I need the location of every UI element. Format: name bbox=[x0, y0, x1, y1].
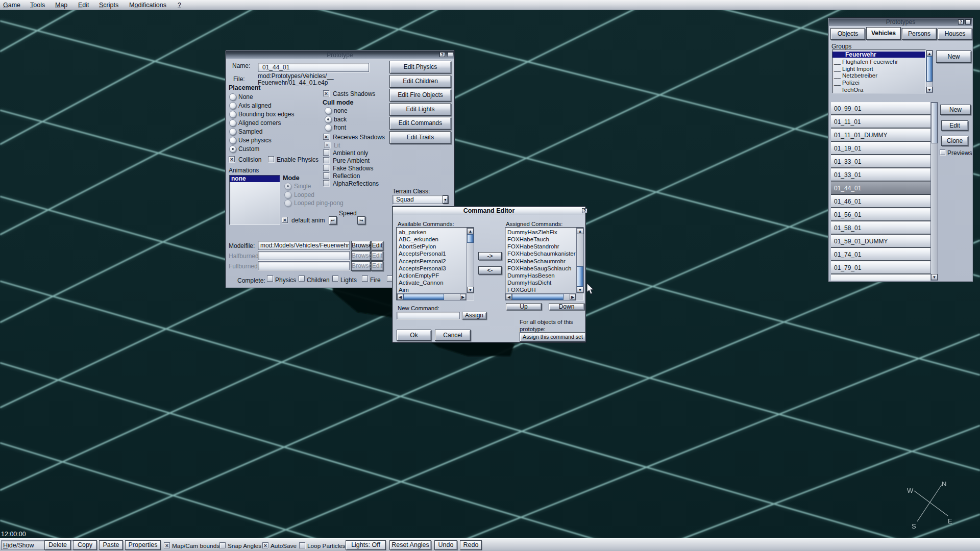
svg-text:W: W bbox=[907, 487, 914, 494]
svg-text:S: S bbox=[912, 522, 916, 530]
svg-text:N: N bbox=[942, 480, 946, 488]
svg-text:E: E bbox=[948, 517, 952, 525]
